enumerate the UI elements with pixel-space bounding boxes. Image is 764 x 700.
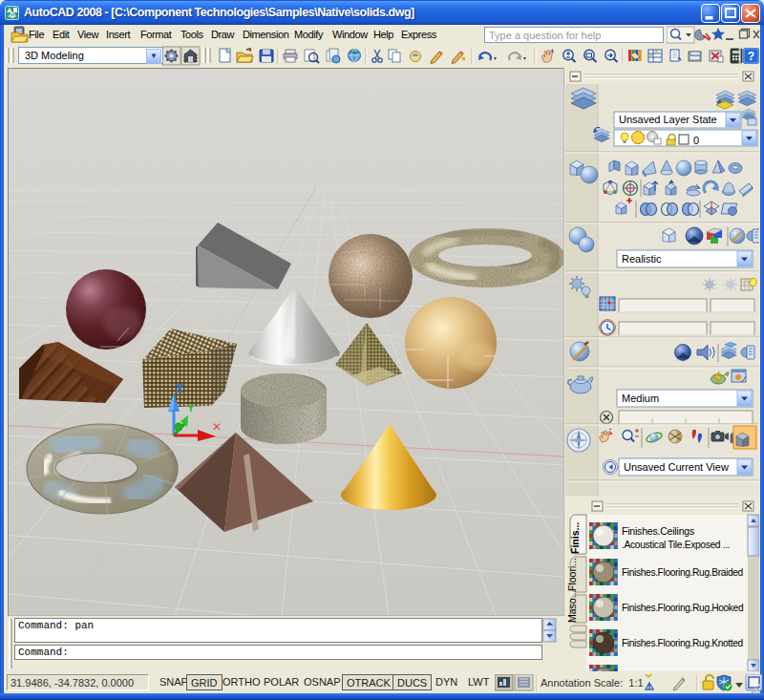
svg-text:Finis...: Finis...: [569, 522, 581, 554]
svg-text:Realistic: Realistic: [622, 253, 662, 265]
svg-text:Finishes.Flooring.Rug.Knotted: Finishes.Flooring.Rug.Knotted: [622, 638, 744, 648]
svg-text:?: ?: [748, 50, 754, 63]
svg-text:.Acoustical Tile.Exposed ...: .Acoustical Tile.Exposed ...: [622, 540, 730, 550]
svg-text:Unsaved Current View: Unsaved Current View: [624, 461, 729, 473]
svg-text:Finishes.Flooring.Rug.Braided: Finishes.Flooring.Rug.Braided: [622, 567, 744, 578]
svg-text:Z: Z: [176, 381, 183, 395]
svg-text:Unsaved Layer State: Unsaved Layer State: [619, 114, 717, 125]
svg-text:Y: Y: [187, 402, 195, 414]
svg-text:Maso...: Maso...: [566, 590, 578, 623]
svg-text:0: 0: [693, 135, 699, 146]
svg-text:Finishes.Ceilings: Finishes.Ceilings: [622, 525, 694, 537]
svg-text:Finishes.Flooring.Rug.Hooked: Finishes.Flooring.Rug.Hooked: [622, 603, 744, 613]
svg-text:Medium: Medium: [622, 392, 659, 404]
svg-text:✕: ✕: [212, 420, 222, 434]
svg-text:Floori...: Floori...: [566, 558, 578, 591]
